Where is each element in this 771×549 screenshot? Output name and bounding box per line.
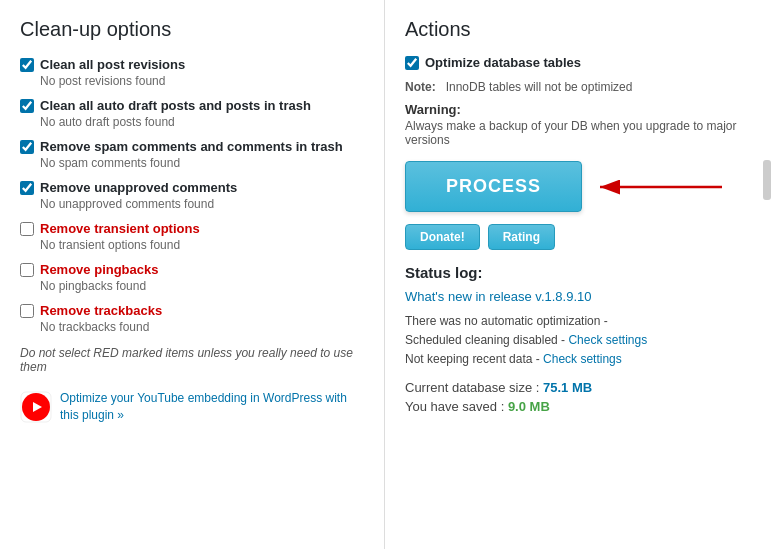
action-links: Donate! Rating bbox=[405, 224, 751, 250]
saved-value: 9.0 MB bbox=[508, 399, 550, 414]
process-section: PROCESS bbox=[405, 161, 751, 212]
option-checkbox-post-revisions[interactable] bbox=[20, 58, 34, 72]
note-row: Note: InnoDB tables will not be optimize… bbox=[405, 80, 751, 94]
option-label-unapproved-comments[interactable]: Remove unapproved comments bbox=[20, 180, 364, 195]
actions-title: Actions bbox=[405, 18, 751, 41]
option-label-auto-draft[interactable]: Clean all auto draft posts and posts in … bbox=[20, 98, 364, 113]
db-size-value: 75.1 MB bbox=[543, 380, 592, 395]
option-sublabel-auto-draft: No auto draft posts found bbox=[40, 115, 364, 129]
option-unapproved-comments: Remove unapproved commentsNo unapproved … bbox=[20, 180, 364, 211]
option-label-pingbacks[interactable]: Remove pingbacks bbox=[20, 262, 364, 277]
note-value: InnoDB tables will not be optimized bbox=[446, 80, 633, 94]
check-settings-link-2[interactable]: Check settings bbox=[543, 352, 622, 366]
option-sublabel-spam-comments: No spam comments found bbox=[40, 156, 364, 170]
rating-button[interactable]: Rating bbox=[488, 224, 555, 250]
options-list: Clean all post revisionsNo post revision… bbox=[20, 57, 364, 334]
note-key: Note: bbox=[405, 80, 436, 94]
process-arrow-icon bbox=[592, 172, 732, 202]
option-sublabel-pingbacks: No pingbacks found bbox=[40, 279, 364, 293]
warning-key: Warning: bbox=[405, 102, 461, 117]
option-trackbacks: Remove trackbacksNo trackbacks found bbox=[20, 303, 364, 334]
option-transient-options: Remove transient optionsNo transient opt… bbox=[20, 221, 364, 252]
option-label-transient-options[interactable]: Remove transient options bbox=[20, 221, 364, 236]
release-notes-link[interactable]: What's new in release v.1.8.9.10 bbox=[405, 289, 751, 304]
option-checkbox-unapproved-comments[interactable] bbox=[20, 181, 34, 195]
option-checkbox-trackbacks[interactable] bbox=[20, 304, 34, 318]
youtube-promo: Optimize your YouTube embedding in WordP… bbox=[20, 390, 364, 424]
status-line-1: There was no automatic optimization - bbox=[405, 314, 608, 328]
status-text: There was no automatic optimization - Sc… bbox=[405, 312, 751, 370]
option-label-spam-comments[interactable]: Remove spam comments and comments in tra… bbox=[20, 139, 364, 154]
left-panel-title: Clean-up options bbox=[20, 18, 364, 41]
optimize-row: Optimize database tables bbox=[405, 55, 751, 70]
option-checkbox-auto-draft[interactable] bbox=[20, 99, 34, 113]
scrollbar[interactable] bbox=[763, 160, 771, 200]
optimize-checkbox[interactable] bbox=[405, 56, 419, 70]
db-size-row: Current database size : 75.1 MB bbox=[405, 380, 751, 395]
right-panel: Actions Optimize database tables Note: I… bbox=[385, 0, 771, 549]
saved-label: You have saved : bbox=[405, 399, 504, 414]
process-button[interactable]: PROCESS bbox=[405, 161, 582, 212]
option-checkbox-pingbacks[interactable] bbox=[20, 263, 34, 277]
arrow-container bbox=[592, 172, 732, 202]
youtube-icon bbox=[20, 391, 52, 423]
status-line-3: Not keeping recent data - Check settings bbox=[405, 352, 622, 366]
option-sublabel-transient-options: No transient options found bbox=[40, 238, 364, 252]
option-sublabel-trackbacks: No trackbacks found bbox=[40, 320, 364, 334]
option-sublabel-unapproved-comments: No unapproved comments found bbox=[40, 197, 364, 211]
option-checkbox-spam-comments[interactable] bbox=[20, 140, 34, 154]
status-line-2: Scheduled cleaning disabled - Check sett… bbox=[405, 333, 647, 347]
option-post-revisions: Clean all post revisionsNo post revision… bbox=[20, 57, 364, 88]
optimize-label[interactable]: Optimize database tables bbox=[425, 55, 581, 70]
left-panel: Clean-up options Clean all post revision… bbox=[0, 0, 385, 549]
option-spam-comments: Remove spam comments and comments in tra… bbox=[20, 139, 364, 170]
warning-msg: Always make a backup of your DB when you… bbox=[405, 119, 751, 147]
warning-row: Warning: Always make a backup of your DB… bbox=[405, 102, 751, 147]
db-size-label: Current database size : bbox=[405, 380, 539, 395]
check-settings-link-1[interactable]: Check settings bbox=[568, 333, 647, 347]
option-auto-draft: Clean all auto draft posts and posts in … bbox=[20, 98, 364, 129]
option-checkbox-transient-options[interactable] bbox=[20, 222, 34, 236]
saved-row: You have saved : 9.0 MB bbox=[405, 399, 751, 414]
option-label-post-revisions[interactable]: Clean all post revisions bbox=[20, 57, 364, 72]
option-sublabel-post-revisions: No post revisions found bbox=[40, 74, 364, 88]
option-label-trackbacks[interactable]: Remove trackbacks bbox=[20, 303, 364, 318]
youtube-promo-link[interactable]: Optimize your YouTube embedding in WordP… bbox=[60, 390, 364, 424]
option-pingbacks: Remove pingbacksNo pingbacks found bbox=[20, 262, 364, 293]
donate-button[interactable]: Donate! bbox=[405, 224, 480, 250]
status-log-title: Status log: bbox=[405, 264, 751, 281]
red-items-warning: Do not select RED marked items unless yo… bbox=[20, 346, 364, 374]
